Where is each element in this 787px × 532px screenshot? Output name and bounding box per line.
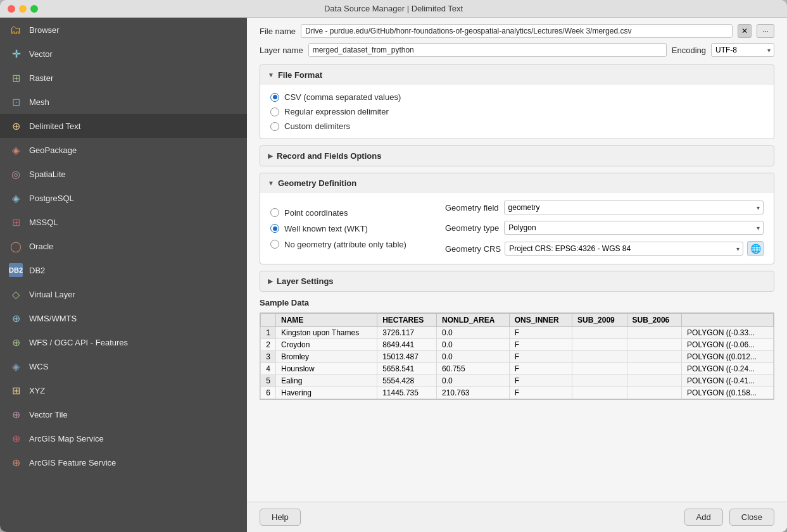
geometry-header[interactable]: ▼ Geometry Definition [260,173,774,193]
geometry-type-select-wrapper: Polygon Point Line [504,221,764,235]
sidebar: 🗂 Browser ✛ Vector ⊞ Raster ⊡ Mesh ⊕ Del… [0,18,247,532]
table-row: 2 Croydon 8649.441 0.0 F POLYGON ((-0.06… [261,339,774,351]
add-button[interactable]: Add [684,509,723,526]
file-name-input[interactable]: Drive - purdue.edu/GitHub/honr-foundatio… [301,24,733,38]
traffic-lights [8,5,38,13]
sidebar-label-delimited-text: Delimited Text [29,121,80,131]
browser-icon: 🗂 [9,23,23,37]
table-cell-name: Hounslow [276,363,377,375]
sidebar-item-mesh[interactable]: ⊡ Mesh [0,90,247,114]
radio-wkt[interactable]: Well known text (WKT) [270,224,435,233]
file-name-label: File name [260,27,296,36]
fullscreen-button[interactable] [30,5,38,13]
minimize-button[interactable] [19,5,27,13]
file-format-header[interactable]: ▼ File Format [260,65,774,85]
sample-table: NAME HECTARES NONLD_AREA ONS_INNER SUB_2… [260,313,774,399]
sidebar-item-db2[interactable]: DB2 DB2 [0,258,247,282]
spatialite-icon: ◎ [9,167,23,181]
sample-table-wrapper[interactable]: NAME HECTARES NONLD_AREA ONS_INNER SUB_2… [260,312,774,400]
geopackage-icon: ◈ [9,143,23,157]
table-cell-hectares: 3726.117 [377,327,437,339]
geometry-main-row: Point coordinates Well known text (WKT) … [270,201,764,256]
sidebar-item-wcs[interactable]: ◈ WCS [0,354,247,378]
table-cell-ons-inner: F [509,363,572,375]
sidebar-item-oracle[interactable]: ◯ Oracle [0,234,247,258]
table-row: 6 Havering 11445.735 210.763 F POLYGON (… [261,387,774,399]
table-cell-rownum: 1 [261,327,276,339]
encoding-select[interactable]: UTF-8 UTF-16 ISO-8859-1 [711,43,774,57]
table-cell-sub2009 [572,339,627,351]
radio-custom[interactable]: Custom delimiters [270,121,764,131]
radio-point[interactable]: Point coordinates [270,208,435,218]
layer-name-input[interactable] [308,43,667,57]
encoding-select-wrapper: UTF-8 UTF-16 ISO-8859-1 [711,43,774,57]
record-fields-header[interactable]: ▶ Record and Fields Options [260,146,774,166]
sidebar-label-virtual-layer: Virtual Layer [29,290,75,299]
radio-no-geometry-circle[interactable] [270,240,279,249]
radio-no-geometry[interactable]: No geometry (attribute only table) [270,240,435,249]
sidebar-item-browser[interactable]: 🗂 Browser [0,18,247,42]
sidebar-item-virtual-layer[interactable]: ◇ Virtual Layer [0,282,247,306]
sidebar-item-arcgis-feature[interactable]: ⊕ ArcGIS Feature Service [0,450,247,474]
radio-wkt-circle[interactable] [270,224,279,233]
sidebar-item-xyz[interactable]: ⊞ XYZ [0,378,247,402]
table-cell-hectares: 11445.735 [377,387,437,399]
layer-settings-header[interactable]: ▶ Layer Settings [260,271,774,291]
sidebar-label-spatialite: SpatiaLite [29,170,66,179]
file-clear-button[interactable]: ✕ [738,24,752,38]
sidebar-label-mesh: Mesh [29,97,49,107]
help-button[interactable]: Help [260,509,301,526]
geometry-type-label: Geometry type [445,223,499,233]
table-cell-name: Bromley [276,351,377,363]
radio-custom-label: Custom delimiters [284,121,350,131]
table-cell-sub2006 [627,327,682,339]
record-fields-chevron: ▶ [268,152,273,159]
geometry-crs-select[interactable]: Project CRS: EPSG:4326 - WGS 84 [505,242,743,256]
close-button[interactable] [8,5,15,13]
table-header-sub2006: SUB_2006 [627,314,682,327]
layer-name-row: Layer name Encoding UTF-8 UTF-16 ISO-885… [260,43,774,57]
sidebar-item-arcgis-map[interactable]: ⊕ ArcGIS Map Service [0,426,247,450]
table-cell-ons-inner: F [509,387,572,399]
table-header-name: NAME [276,314,377,327]
sidebar-item-delimited-text[interactable]: ⊕ Delimited Text [0,114,247,138]
crs-globe-button[interactable]: 🌐 [747,241,764,256]
geometry-crs-row: Geometry CRS Project CRS: EPSG:4326 - WG… [445,241,764,256]
sidebar-item-raster[interactable]: ⊞ Raster [0,66,247,90]
geometry-body: Point coordinates Well known text (WKT) … [260,193,774,264]
table-cell-sub2006 [627,387,682,399]
sidebar-item-vector[interactable]: ✛ Vector [0,42,247,66]
geometry-field-select[interactable]: geometry [504,201,764,214]
sidebar-item-geopackage[interactable]: ◈ GeoPackage [0,138,247,162]
sidebar-item-mssql[interactable]: ⊞ MSSQL [0,210,247,234]
sidebar-item-postgresql[interactable]: ◈ PostgreSQL [0,186,247,210]
table-header-sub2009: SUB_2009 [572,314,627,327]
close-button[interactable]: Close [729,509,774,526]
sidebar-item-wfs[interactable]: ⊕ WFS / OGC API - Features [0,330,247,354]
radio-regex-circle[interactable] [270,108,279,116]
titlebar: Data Source Manager | Delimited Text [0,0,787,18]
radio-regex[interactable]: Regular expression delimiter [270,107,764,116]
sidebar-item-spatialite[interactable]: ◎ SpatiaLite [0,162,247,186]
file-browse-button[interactable]: ··· [757,24,774,38]
radio-custom-circle[interactable] [270,122,279,131]
table-cell-sub2009 [572,387,627,399]
radio-csv-circle[interactable] [270,93,279,102]
db2-icon: DB2 [9,263,23,277]
sidebar-item-vector-tile[interactable]: ⊕ Vector Tile [0,402,247,426]
table-header-rownum [261,314,276,327]
table-cell-sub2006 [627,375,682,387]
geometry-type-select[interactable]: Polygon Point Line [504,221,764,235]
table-header-extra [682,314,774,327]
bottom-bar: Help Add Close [247,502,787,532]
table-cell-sub2009 [572,363,627,375]
sidebar-item-wms-wmts[interactable]: ⊕ WMS/WMTS [0,306,247,330]
sidebar-label-raster: Raster [29,73,53,83]
radio-regex-label: Regular expression delimiter [284,107,389,116]
radio-csv[interactable]: CSV (comma separated values) [270,92,764,102]
geometry-crs-select-wrapper: Project CRS: EPSG:4326 - WGS 84 [505,242,743,256]
table-cell-ons-inner: F [509,375,572,387]
radio-point-circle[interactable] [270,208,279,217]
sidebar-label-wfs: WFS / OGC API - Features [29,338,128,347]
table-cell-nonld-area: 210.763 [437,387,510,399]
